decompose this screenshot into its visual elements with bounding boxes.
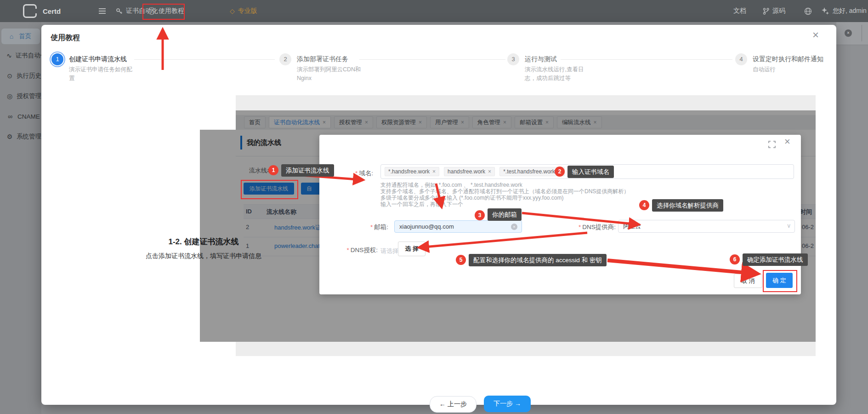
step-2-desc: 演示部署到阿里云CDN和Nginx bbox=[297, 65, 369, 83]
dns-provider-select[interactable]: 阿里云 bbox=[618, 220, 795, 233]
step-4-desc: 自动运行 bbox=[753, 65, 821, 74]
sidebar-collapse-button[interactable] bbox=[99, 0, 106, 22]
theme-button[interactable] bbox=[821, 0, 829, 22]
next-step-button[interactable]: 下一步 → bbox=[484, 396, 531, 412]
app-title: Certd bbox=[43, 7, 61, 15]
gear-icon: ⚙ bbox=[6, 133, 13, 140]
target-icon: ◎ bbox=[6, 92, 13, 100]
sidebar-item-system[interactable]: ⚙系统管理 bbox=[0, 129, 41, 144]
select-auth-button[interactable]: 选 择 bbox=[398, 242, 425, 256]
annotation-badge-4: 4 bbox=[639, 200, 649, 210]
step-2-title: 添加部署证书任务 bbox=[297, 55, 348, 63]
sidebar-item-label: 证书自动化 bbox=[16, 52, 41, 60]
dialog-close-icon[interactable]: × bbox=[784, 136, 790, 148]
domain-help-line: 输入一个回车之后，再输入下一个 bbox=[380, 201, 463, 207]
step-connector bbox=[359, 59, 505, 60]
annotation-tooltip-3: 你的邮箱 bbox=[488, 208, 522, 221]
top-navbar: Certd 证书自动化 ? 使用教程 ◇ 专业版 文档 源码 bbox=[0, 0, 868, 22]
tabbar-divider bbox=[862, 25, 862, 41]
sparkles-icon bbox=[821, 7, 829, 15]
email-field-label: *邮箱: bbox=[322, 223, 388, 231]
sidebar-item-cname[interactable]: ∞CNAME bbox=[0, 109, 41, 124]
step-3-circle: 3 bbox=[507, 53, 519, 65]
greeting-label: 您好, admin bbox=[833, 7, 867, 15]
user-menu[interactable]: 您好, admin bbox=[833, 0, 868, 22]
annotation-tooltip-6: 确定添加证书流水线 bbox=[743, 253, 808, 266]
add-pipeline-dialog: × bbox=[319, 135, 801, 294]
certd-logo-icon bbox=[23, 4, 37, 18]
domain-help-line: 多级子域名要分成多个域名输入 (*.foo.com的证书不能用于xxx.yyy.… bbox=[380, 195, 563, 201]
link-icon: ∞ bbox=[6, 113, 14, 120]
git-branch-icon bbox=[763, 8, 769, 15]
nav-pro-label: 专业版 bbox=[238, 7, 257, 15]
step-1-title: 创建证书申请流水线 bbox=[69, 55, 127, 63]
annotation-badge-5: 5 bbox=[456, 255, 466, 265]
step-1-circle: 1 bbox=[51, 53, 63, 65]
nav-docs-label: 文档 bbox=[733, 7, 746, 15]
sidebar-item-label: 执行历史 bbox=[17, 72, 41, 80]
annotation-badge-3: 3 bbox=[475, 210, 485, 220]
domain-tag: handsfree.work× bbox=[444, 167, 495, 176]
screenshot-bottom-band bbox=[236, 342, 816, 356]
step-3-title: 运行与测试 bbox=[525, 55, 557, 63]
dns-auth-label: *DNS授权: bbox=[322, 246, 378, 254]
annotation-badge-1: 1 bbox=[268, 165, 278, 175]
tag-close-icon[interactable]: × bbox=[488, 168, 491, 175]
annotation-badge-2: 2 bbox=[555, 167, 565, 177]
key-icon bbox=[116, 8, 123, 15]
tag-close-icon[interactable]: × bbox=[432, 168, 436, 175]
sidebar-item-label: 授权管理 bbox=[17, 92, 41, 100]
nav-docs[interactable]: 文档 bbox=[733, 0, 746, 22]
close-all-tabs-icon[interactable]: × bbox=[845, 29, 852, 37]
step-connector bbox=[134, 59, 275, 60]
dns-auth-placeholder: 请选择 bbox=[380, 247, 398, 255]
highlight-box-add-button bbox=[241, 180, 298, 199]
prev-step-button[interactable]: ← 上一步 bbox=[430, 396, 477, 413]
nav-pro-edition[interactable]: ◇ 专业版 bbox=[230, 0, 257, 22]
annotation-tooltip-2: 输入证书域名 bbox=[567, 166, 614, 178]
nav-source[interactable]: 源码 bbox=[763, 0, 785, 22]
annotation-tooltip-1: 添加证书流水线 bbox=[281, 164, 334, 177]
diamond-icon: ◇ bbox=[230, 7, 235, 15]
step-1-desc: 演示证书申请任务如何配置 bbox=[69, 65, 137, 83]
screenshot-top-band bbox=[236, 95, 816, 110]
app-tabbar-remnant: × bbox=[836, 22, 868, 45]
sidebar-item-cert-automation[interactable]: ∿证书自动化 bbox=[0, 48, 41, 63]
chart-icon: ∿ bbox=[6, 52, 12, 59]
annotation-tooltip-4: 选择你域名解析提供商 bbox=[652, 199, 723, 212]
sidebar-item-authorization[interactable]: ◎授权管理 bbox=[0, 88, 41, 104]
page-root: Certd 证书自动化 ? 使用教程 ◇ 专业版 文档 源码 bbox=[0, 0, 868, 414]
nav-source-label: 源码 bbox=[772, 7, 785, 15]
sidebar-item-history[interactable]: ⊙执行历史 bbox=[0, 68, 41, 84]
highlight-box-ok-button bbox=[763, 270, 797, 292]
globe-icon bbox=[804, 7, 812, 15]
dialog-mask bbox=[200, 130, 236, 342]
cancel-button[interactable]: 取 消 bbox=[734, 274, 762, 288]
email-input[interactable]: xiaojunnuo@qq.com bbox=[394, 220, 522, 233]
sidebar-item-home[interactable]: ⌂首页 bbox=[1, 29, 40, 44]
sidebar: ⌂首页 ∿证书自动化 ⊙执行历史 ◎授权管理 ∞CNAME ⚙系统管理 bbox=[0, 22, 41, 414]
step-4-circle: 4 bbox=[735, 53, 747, 65]
menu-fold-icon bbox=[99, 8, 106, 14]
step-3-desc: 演示流水线运行,查看日志，成功后跳过等 bbox=[525, 65, 593, 83]
step-connector bbox=[561, 59, 732, 60]
app-logo[interactable]: Certd bbox=[23, 0, 61, 22]
highlight-box-tutorial-nav bbox=[142, 4, 185, 20]
language-button[interactable] bbox=[804, 0, 812, 22]
chevron-down-icon: ∨ bbox=[787, 222, 791, 229]
step-2-circle: 2 bbox=[279, 53, 291, 65]
dns-provider-label: *DNS提供商: bbox=[551, 223, 616, 231]
sidebar-item-label: CNAME bbox=[17, 113, 40, 120]
sidebar-item-label: 首页 bbox=[19, 32, 31, 40]
domain-tag: *.handsfree.work× bbox=[385, 167, 439, 176]
sidebar-item-label: 系统管理 bbox=[17, 132, 41, 141]
modal-close-icon[interactable]: × bbox=[812, 29, 819, 41]
step-4-title: 设置定时执行和邮件通知 bbox=[753, 55, 823, 63]
annotation-tooltip-5: 配置和选择你的域名提供商的 accessid 和 密钥 bbox=[469, 254, 607, 266]
fullscreen-icon[interactable] bbox=[768, 141, 776, 148]
clear-input-icon[interactable]: × bbox=[511, 224, 517, 230]
domain-help-line: 支持通配符域名，例如: *.foo.com 、 *.test.handsfree… bbox=[380, 182, 522, 188]
clock-icon: ⊙ bbox=[6, 72, 13, 80]
modal-title: 使用教程 bbox=[51, 33, 80, 43]
domain-help-line: 支持多个域名、多个子域名、多个通配符域名打到一个证书上（域名必须是在同一个DNS… bbox=[380, 188, 629, 195]
